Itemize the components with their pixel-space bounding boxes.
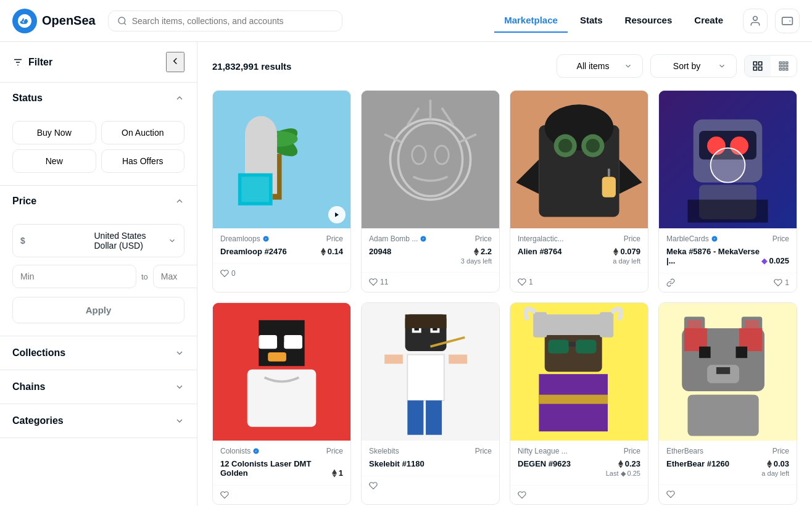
card-name: 12 Colonists Laser DMT Golden: [220, 459, 332, 478]
svg-point-39: [412, 146, 426, 164]
card-price: 2.2: [474, 247, 492, 256]
status-on-auction[interactable]: On Auction: [101, 121, 185, 144]
like-button[interactable]: 1: [518, 278, 533, 286]
svg-rect-65: [259, 335, 277, 349]
price-content: $ United States Dollar (USD) to Apply: [0, 217, 197, 336]
categories-section-header[interactable]: Categories: [0, 404, 197, 438]
external-link-button[interactable]: [666, 278, 675, 287]
profile-button[interactable]: [743, 9, 768, 33]
card-bottom: 12 Colonists Laser DMT Golden 1: [220, 459, 343, 478]
close-filter-button[interactable]: [166, 52, 184, 72]
svg-marker-112: [769, 460, 772, 465]
card-footer: [659, 484, 797, 504]
card-top: Skelebits Price: [369, 447, 492, 455]
grid-view-button[interactable]: [745, 56, 771, 77]
like-button[interactable]: [518, 491, 529, 499]
logo[interactable]: OpenSea: [12, 9, 96, 33]
status-new[interactable]: New: [12, 149, 96, 173]
card-name: DEGEN #9623: [518, 459, 571, 468]
like-button[interactable]: [369, 481, 380, 490]
card-time: Last ◆ 0.25: [518, 470, 640, 478]
like-button[interactable]: [666, 490, 677, 499]
nav-marketplace[interactable]: Marketplace: [494, 9, 568, 33]
content-area: 21,832,991 results All items Sort by: [197, 42, 812, 506]
like-button[interactable]: 1: [774, 278, 789, 287]
nav-stats[interactable]: Stats: [570, 9, 613, 33]
search-input[interactable]: [132, 16, 333, 26]
sidebar: Filter Status Buy Now On Auction: [0, 42, 197, 506]
price-max-input[interactable]: [153, 265, 197, 288]
filter-icon: [12, 57, 23, 68]
nft-card-meka[interactable]: MarbleCards Price Meka #5876 - MekaVerse…: [658, 90, 797, 292]
like-button[interactable]: 0: [220, 269, 236, 278]
price-section-header[interactable]: Price: [0, 186, 197, 217]
nft-card-alien[interactable]: Intergalactic... Price Alien #8764 0.079…: [510, 90, 648, 292]
card-info: Nifty League ... Price DEGEN #9623 0.23 …: [510, 441, 648, 485]
apply-button[interactable]: Apply: [12, 297, 184, 323]
like-button[interactable]: 11: [369, 278, 388, 286]
svg-rect-82: [426, 400, 442, 435]
svg-marker-113: [767, 460, 769, 465]
card-price: 0.14: [321, 247, 343, 256]
card-info: Adam Bomb ... Price 20948 2.2 3 days lef…: [362, 228, 499, 272]
card-collection: Dreamloops: [220, 234, 270, 243]
svg-rect-13: [779, 65, 781, 67]
all-items-dropdown[interactable]: All items: [557, 54, 643, 78]
card-bottom: DEGEN #9623 0.23: [518, 459, 640, 468]
status-section-header[interactable]: Status: [0, 83, 197, 114]
card-top: Colonists Price: [220, 447, 343, 455]
search-bar[interactable]: [108, 10, 342, 31]
price-min-input[interactable]: [12, 265, 136, 288]
svg-rect-84: [449, 355, 467, 364]
nft-grid: Dreamloops Price Dreamloop #2476 0.14 0: [212, 90, 797, 505]
svg-point-32: [390, 119, 470, 199]
nft-card-dreamloop[interactable]: Dreamloops Price Dreamloop #2476 0.14 0: [212, 90, 351, 292]
sort-by-dropdown[interactable]: Sort by: [650, 54, 737, 78]
svg-marker-41: [476, 247, 479, 253]
card-collection: Colonists: [220, 447, 260, 455]
user-icon: [749, 15, 761, 27]
nft-card-colonists[interactable]: Colonists Price 12 Colonists Laser DMT G…: [212, 302, 351, 505]
header: OpenSea Marketplace Stats Resources Crea…: [0, 0, 812, 42]
svg-rect-7: [759, 62, 762, 65]
header-icons: [743, 9, 800, 33]
nav-create[interactable]: Create: [684, 9, 733, 33]
card-price: 0.23: [618, 459, 640, 468]
card-price-label: Price: [326, 447, 343, 455]
svg-rect-2: [782, 17, 793, 25]
nft-card-nifty[interactable]: Nifty League ... Price DEGEN #9623 0.23 …: [510, 302, 648, 505]
list-view-button[interactable]: [771, 56, 797, 77]
currency-label: United States Dollar (USD): [94, 231, 164, 251]
svg-rect-16: [779, 68, 781, 70]
svg-rect-91: [576, 339, 596, 353]
card-collection: Skelebits: [369, 447, 399, 455]
play-button[interactable]: [328, 206, 346, 223]
svg-rect-10: [779, 62, 781, 64]
nft-card-etherbears[interactable]: EtherBears Price EtherBear #1260 0.03 a …: [658, 302, 797, 505]
status-buy-now[interactable]: Buy Now: [12, 121, 96, 144]
chains-section-header[interactable]: Chains: [0, 370, 197, 404]
like-button[interactable]: [220, 491, 231, 499]
card-top: Intergalactic... Price: [518, 234, 640, 243]
svg-rect-68: [268, 352, 286, 362]
card-footer: 1: [510, 272, 648, 291]
nav-resources[interactable]: Resources: [615, 9, 682, 33]
svg-marker-70: [334, 469, 337, 475]
list-icon: [778, 60, 789, 72]
status-has-offers[interactable]: Has Offers: [101, 149, 185, 173]
dollar-sign: $: [20, 236, 89, 246]
currency-selector[interactable]: $ United States Dollar (USD): [12, 224, 184, 257]
svg-rect-90: [548, 339, 568, 353]
card-price: 0.079: [613, 247, 640, 256]
price-range: to: [12, 265, 184, 288]
svg-rect-88: [533, 312, 547, 338]
wallet-button[interactable]: [775, 9, 800, 33]
card-price-label: Price: [475, 447, 492, 455]
nft-card-skelebits[interactable]: Skelebits Price Skelebit #1180: [361, 302, 500, 505]
price-section: Price $ United States Dollar (USD) to: [0, 186, 197, 336]
price-title: Price: [12, 196, 36, 207]
status-content: Buy Now On Auction New Has Offers: [0, 114, 197, 185]
collections-section-header[interactable]: Collections: [0, 336, 197, 370]
nft-card-adam[interactable]: Adam Bomb ... Price 20948 2.2 3 days lef…: [361, 90, 500, 292]
card-image: [510, 303, 648, 441]
